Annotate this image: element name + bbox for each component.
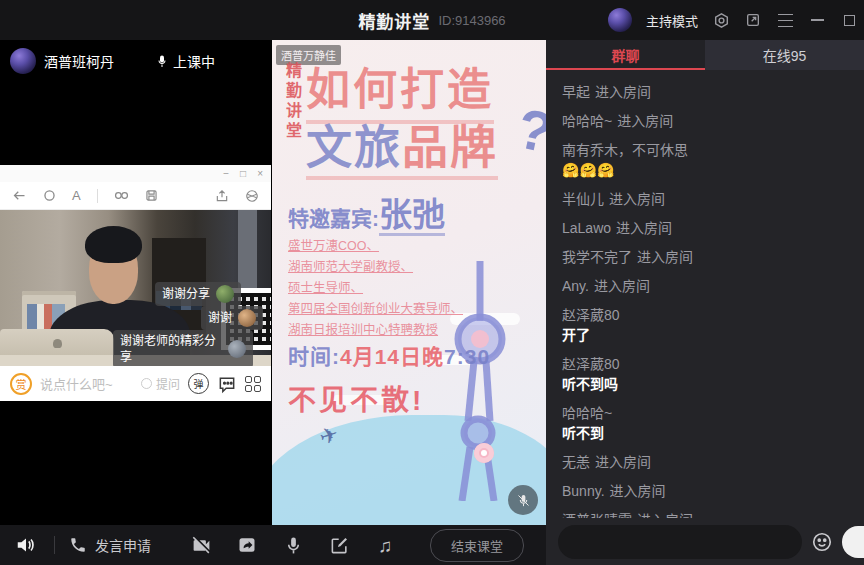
flower-art bbox=[474, 443, 494, 463]
shared-screen-video: − □ × A bbox=[0, 165, 271, 401]
main-area: 酒普班柯丹 上课中 − □ × A bbox=[0, 40, 864, 525]
message-username: Any. bbox=[562, 278, 589, 294]
danmaku-toggle[interactable]: 弹 bbox=[188, 373, 209, 394]
menu-icon[interactable] bbox=[776, 11, 794, 29]
reward-button[interactable]: 赏 bbox=[10, 373, 32, 395]
settings-gear-icon[interactable] bbox=[712, 11, 730, 29]
message-username: 哈哈哈~ bbox=[562, 113, 612, 129]
chat-message-input[interactable] bbox=[558, 525, 802, 559]
poster-time: 时间:4月14日晚7:30 bbox=[288, 340, 490, 370]
apps-grid-icon[interactable] bbox=[245, 376, 261, 392]
chat-message: Bunny.进入房间 bbox=[562, 481, 848, 501]
host-video-tile: 酒普班柯丹 上课中 − □ × A bbox=[0, 40, 271, 525]
message-username: 我学不完了 bbox=[562, 249, 632, 265]
poster-question-mark: ? bbox=[512, 95, 546, 166]
mic-off-icon bbox=[516, 493, 531, 508]
message-username: 早起 bbox=[562, 84, 590, 100]
chat-tabs: 群聊 在线95 bbox=[546, 40, 864, 70]
tab-online-list[interactable]: 在线95 bbox=[705, 40, 864, 70]
message-action: 进入房间 bbox=[594, 278, 650, 294]
host-name-row: 酒普班柯丹 上课中 bbox=[10, 48, 215, 74]
message-action: 进入房间 bbox=[637, 249, 693, 265]
chat-message: 赵泽葳80开了 bbox=[562, 305, 848, 345]
chat-message: 无恙进入房间 bbox=[562, 452, 848, 472]
tab-group-chat[interactable]: 群聊 bbox=[546, 40, 705, 70]
message-action: 进入房间 bbox=[609, 191, 665, 207]
chat-message: 南有乔木，不可休思🤗🤗🤗 bbox=[562, 140, 848, 180]
back-arrow-icon bbox=[12, 189, 27, 202]
send-button[interactable]: 发 bbox=[842, 526, 864, 558]
text-tool-icon: A bbox=[72, 188, 81, 203]
app-window: 精勤讲堂 ID:9143966 主持模式 bbox=[0, 0, 864, 565]
maximize-icon[interactable] bbox=[840, 11, 858, 29]
chat-panel: 群聊 在线95 早起进入房间 哈哈哈~进入房间 南有乔木，不可休思🤗🤗🤗 bbox=[546, 40, 864, 565]
toolbar-divider bbox=[97, 189, 98, 203]
chat-input-row: 发 bbox=[546, 518, 864, 565]
toolbar-divider bbox=[54, 536, 55, 554]
camera-off-icon[interactable] bbox=[189, 533, 213, 557]
link-icon bbox=[114, 190, 129, 201]
message-text: 开了 bbox=[562, 325, 848, 345]
shared-maximize-icon: □ bbox=[240, 169, 246, 179]
shared-window-toolbar: A bbox=[0, 182, 271, 210]
chat-message: LaLawo进入房间 bbox=[562, 218, 848, 238]
chat-message: 哈哈哈~进入房间 bbox=[562, 111, 848, 131]
speaker-volume-icon[interactable] bbox=[14, 533, 38, 557]
mic-icon bbox=[156, 54, 168, 69]
host-username: 酒普班柯丹 bbox=[44, 51, 114, 71]
message-username: 无恙 bbox=[562, 454, 590, 470]
radio-icon bbox=[141, 378, 152, 389]
save-icon bbox=[145, 189, 158, 202]
message-username: LaLawo bbox=[562, 220, 611, 236]
screen-share-icon[interactable] bbox=[235, 533, 259, 557]
message-action: 进入房间 bbox=[595, 84, 651, 100]
chat-message: 半仙儿进入房间 bbox=[562, 189, 848, 209]
chat-message: 早起进入房间 bbox=[562, 82, 848, 102]
shared-chat-input[interactable]: 说点什么吧~ bbox=[40, 374, 133, 393]
class-status: 上课中 bbox=[156, 51, 215, 71]
microphone-icon[interactable] bbox=[281, 533, 305, 557]
minimize-icon[interactable] bbox=[808, 11, 826, 29]
shared-minimize-icon: − bbox=[223, 169, 229, 179]
poster-guest: 特邀嘉宾:张弛 bbox=[288, 188, 445, 236]
speaker-hair bbox=[85, 226, 142, 263]
poster-video-tile: ✈ 酒普万静佳 精勤讲堂 如何打造 文旅品牌 ? 特邀嘉宾:张弛 盛世万潓COO… bbox=[272, 40, 546, 525]
shared-window-chrome: − □ × bbox=[0, 165, 271, 182]
poster-credentials: 盛世万潓COO、 湖南师范大学副教授、 硕士生导师、 第四届全国创新创业大赛导师… bbox=[288, 236, 463, 341]
message-text: 听不到吗 bbox=[562, 374, 848, 394]
message-username: 南有乔木，不可休思 bbox=[562, 142, 688, 158]
titlebar-controls: 主持模式 bbox=[608, 0, 858, 40]
message-action: 进入房间 bbox=[610, 483, 666, 499]
apple-logo-icon bbox=[53, 339, 62, 348]
message-text: 🤗🤗🤗 bbox=[562, 160, 848, 180]
speak-request-button[interactable]: 发言申请 bbox=[69, 535, 151, 555]
overlay-chat-bubble: 谢谢老师的精彩分享 bbox=[113, 330, 253, 366]
user-avatar[interactable] bbox=[608, 8, 632, 32]
chat-message: Any.进入房间 bbox=[562, 276, 848, 296]
speak-request-label: 发言申请 bbox=[95, 535, 151, 555]
comment-bubble-icon[interactable] bbox=[217, 374, 237, 394]
edit-notes-icon[interactable] bbox=[327, 533, 351, 557]
overlay-avatar bbox=[216, 285, 234, 303]
chat-message-list[interactable]: 早起进入房间 哈哈哈~进入房间 南有乔木，不可休思🤗🤗🤗 半仙儿进入房间 bbox=[546, 70, 864, 518]
phone-icon bbox=[69, 536, 87, 554]
emoji-icon[interactable] bbox=[811, 531, 833, 553]
chat-message: 我学不完了进入房间 bbox=[562, 247, 848, 267]
music-icon[interactable]: ♫ bbox=[373, 533, 397, 557]
browser-globe-icon bbox=[245, 189, 259, 203]
poster-closing-line: 不见不散! bbox=[288, 378, 424, 418]
end-class-button[interactable]: 结束课堂 bbox=[430, 529, 524, 562]
message-action: 进入房间 bbox=[617, 113, 673, 129]
muted-mic-indicator bbox=[508, 485, 538, 515]
overlay-avatar bbox=[238, 309, 256, 327]
message-action: 进入房间 bbox=[595, 454, 651, 470]
room-id: ID:9143966 bbox=[438, 13, 505, 28]
popout-window-icon[interactable] bbox=[744, 11, 762, 29]
app-title: 精勤讲堂 bbox=[358, 8, 430, 33]
host-avatar bbox=[10, 48, 36, 74]
host-mode-label[interactable]: 主持模式 bbox=[646, 11, 698, 30]
overlay-avatar bbox=[228, 340, 246, 358]
overlay-chat-bubble: 谢谢 bbox=[201, 306, 263, 330]
share-icon bbox=[215, 189, 229, 203]
ask-question-checkbox[interactable]: 提问 bbox=[141, 375, 180, 392]
